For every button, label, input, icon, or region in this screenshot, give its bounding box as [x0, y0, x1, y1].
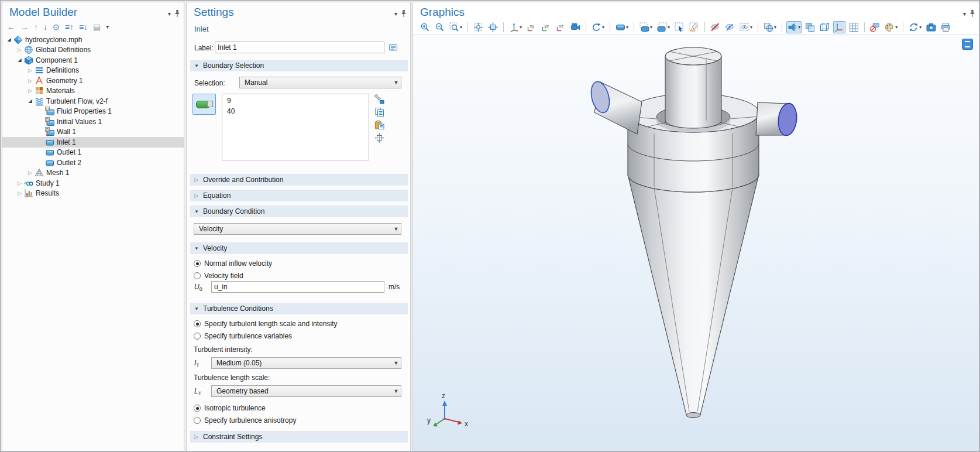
color-button[interactable]: ▾	[883, 21, 899, 33]
show-axis-orientation-button[interactable]	[833, 21, 845, 33]
expand-arrow-icon[interactable]: ▷	[26, 78, 35, 84]
boundary-condition-dropdown[interactable]: Velocity ▼	[194, 223, 401, 235]
node-label-options-button[interactable]: ▤	[93, 22, 101, 32]
chevron-down-icon[interactable]: ▾	[798, 25, 800, 30]
update-button[interactable]: ▾	[907, 21, 923, 33]
go-to-yz-view-button[interactable]: yz	[540, 21, 552, 33]
show-button[interactable]: ⊙	[53, 22, 60, 32]
move-up-button[interactable]: ↑	[34, 22, 38, 32]
chevron-down-icon[interactable]: ▾	[520, 25, 522, 30]
expand-arrow-icon[interactable]: ▷	[26, 170, 35, 176]
pin-icon[interactable]	[174, 9, 180, 18]
view-hidden-button[interactable]: ▾	[738, 21, 754, 33]
chevron-down-icon[interactable]: ▾	[460, 25, 462, 30]
expand-arrow-icon[interactable]: ◢	[5, 37, 13, 42]
tree-item-initial-values-1[interactable]: DInitial Values 1	[2, 117, 184, 127]
zoom-box-button[interactable]: ▾	[448, 21, 463, 33]
panel-menu-icon[interactable]: ▾	[168, 11, 171, 17]
section-boundary-condition[interactable]: ▼ Boundary Condition	[190, 206, 408, 217]
selection-list-item[interactable]: 40	[222, 106, 369, 117]
label-input[interactable]	[215, 42, 384, 53]
pin-icon[interactable]	[969, 9, 975, 18]
section-override[interactable]: ▷ Override and Contribution	[190, 174, 408, 186]
tree-item-component-1[interactable]: ◢Component 1	[2, 55, 184, 66]
chevron-down-icon[interactable]: ▾	[750, 25, 752, 30]
tree-item-wall-1[interactable]: DWall 1	[2, 127, 184, 138]
show-grid-button[interactable]	[848, 21, 860, 33]
section-velocity[interactable]: ▼ Velocity	[190, 242, 408, 254]
selection-dropdown[interactable]: Manual ▼	[239, 77, 401, 88]
select-boundaries-button[interactable]: ▾	[614, 21, 630, 33]
pin-icon[interactable]	[401, 9, 407, 18]
deselect-box-button[interactable]: ▾	[656, 21, 671, 33]
chevron-down-icon[interactable]: ▾	[626, 25, 628, 30]
expand-arrow-icon[interactable]: ◢	[15, 57, 24, 63]
expand-arrow-icon[interactable]: ▷	[26, 67, 35, 73]
radio-length-intensity[interactable]: Specify turbulent length scale and inten…	[194, 320, 337, 328]
select-box-button[interactable]: ▾	[638, 21, 654, 33]
active-selection-toggle-button[interactable]	[192, 94, 216, 115]
tree-item-fluid-properties-1[interactable]: DFluid Properties 1	[2, 107, 184, 117]
wireframe-rendering-button[interactable]	[819, 21, 831, 33]
section-boundary-selection[interactable]: ▼ Boundary Selection	[190, 60, 408, 71]
hydrocyclone-model[interactable]: z x y	[413, 35, 979, 452]
tree-item-inlet-1[interactable]: Inlet 1	[2, 137, 184, 148]
tree-item-definitions[interactable]: ▷Definitions	[2, 66, 184, 76]
u0-input[interactable]	[211, 281, 384, 293]
chevron-down-icon[interactable]: ▾	[650, 25, 652, 30]
remove-color-button[interactable]	[869, 21, 881, 33]
panel-menu-icon[interactable]: ▾	[394, 11, 397, 17]
selection-list-item[interactable]: 9	[222, 95, 369, 106]
go-to-default-3d-view-button[interactable]: ▾	[508, 21, 523, 33]
expand-arrow-icon[interactable]: ▷	[15, 180, 24, 186]
create-selection-button[interactable]	[374, 94, 385, 105]
chevron-down-icon[interactable]: ▾	[895, 25, 898, 30]
length-scale-dropdown[interactable]: Geometry based ▼	[211, 385, 401, 397]
tree-item-outlet-2[interactable]: Outlet 2	[2, 157, 184, 168]
copy-selection-button[interactable]	[374, 107, 385, 118]
turbulent-intensity-dropdown[interactable]: Medium (0.05) ▼	[211, 357, 401, 369]
radio-isotropic[interactable]: Isotropic turbulence	[194, 404, 266, 412]
chevron-down-icon[interactable]: ▾	[919, 25, 921, 30]
graphics-canvas[interactable]: z x y	[413, 35, 979, 451]
tree-item-mesh-1[interactable]: ▷Mesh 1	[2, 168, 184, 179]
rename-label-button[interactable]	[388, 42, 399, 53]
zoom-extents-button[interactable]	[472, 21, 484, 33]
expand-arrow-icon[interactable]: ▷	[26, 88, 35, 94]
zoom-to-selection-button[interactable]	[374, 132, 385, 143]
tree-item-global-definitions[interactable]: ▷Global Definitions	[2, 45, 184, 56]
collapse-all-button[interactable]: ≡↑	[65, 22, 74, 32]
tree-item-study-1[interactable]: ▷Study 1	[2, 178, 184, 189]
radio-anisotropy[interactable]: Specify turbulence anisotropy	[194, 416, 296, 424]
screenshot-button[interactable]	[925, 21, 937, 33]
paste-selection-button[interactable]	[374, 119, 385, 131]
section-equation[interactable]: ▷ Equation	[190, 190, 408, 201]
move-down-button[interactable]: ↓	[43, 22, 47, 32]
chevron-down-icon[interactable]: ▾	[774, 25, 776, 30]
tree-item-results[interactable]: ▷Results	[2, 189, 184, 199]
go-to-xz-view-button[interactable]: xz	[555, 21, 567, 33]
zoom-out-button[interactable]	[434, 21, 446, 33]
remove-from-selection-button[interactable]	[688, 21, 700, 33]
select-box-pointer-button[interactable]	[673, 21, 686, 33]
tree-item-geometry-1[interactable]: ▷Geometry 1	[2, 76, 184, 86]
chevron-down-icon[interactable]: ▾	[668, 25, 670, 30]
toolbar-menu-button[interactable]: ▾	[106, 22, 109, 32]
tree-item-turbulent-flow-v2-f[interactable]: ◢Turbulent Flow, v2-f	[2, 96, 184, 107]
scene-button[interactable]: ▾	[762, 21, 778, 33]
hide-selected-button[interactable]	[709, 21, 721, 33]
expand-arrow-icon[interactable]: ▷	[15, 190, 24, 196]
tree-item-materials[interactable]: ▷Materials	[2, 86, 184, 97]
expand-all-button[interactable]: ≡↓	[79, 22, 88, 32]
radio-turbulence-variables[interactable]: Specify turbulence variables	[194, 332, 292, 340]
rotate-button[interactable]: ▾	[590, 21, 606, 33]
section-constraint-settings[interactable]: ▷ Constraint Settings	[190, 431, 408, 443]
tree-item-hydrocyclone-mph[interactable]: ◢hydrocyclone.mph	[2, 35, 184, 45]
transparency-button[interactable]	[804, 21, 816, 33]
zoom-selected-button[interactable]	[487, 21, 499, 33]
section-turbulence-conditions[interactable]: ▼ Turbulence Conditions	[190, 303, 408, 314]
chevron-down-icon[interactable]: ▾	[602, 25, 604, 30]
tree-item-outlet-1[interactable]: Outlet 1	[2, 148, 184, 158]
radio-velocity-field[interactable]: Velocity field	[194, 272, 243, 280]
print-button[interactable]	[940, 21, 952, 33]
